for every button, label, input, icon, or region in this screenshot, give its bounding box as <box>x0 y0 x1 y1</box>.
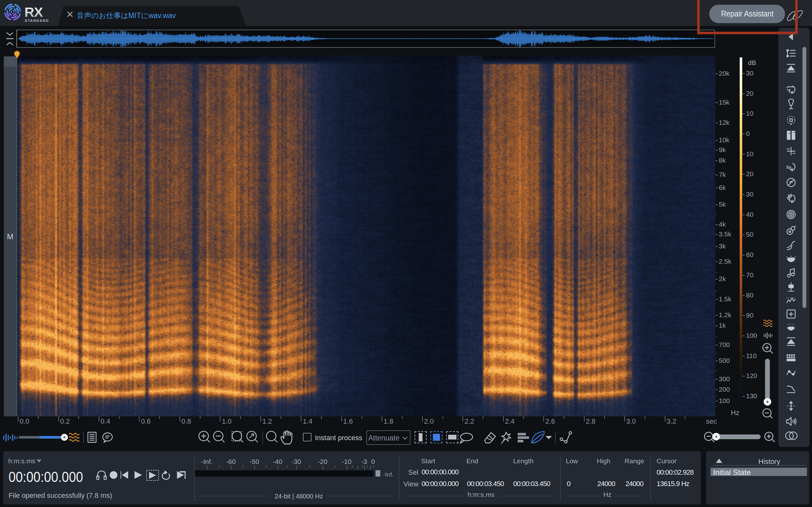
svg-text:RX: RX <box>24 4 43 20</box>
svg-text:STANDARD: STANDARD <box>25 19 49 22</box>
svg-text:Ss: Ss <box>786 165 792 170</box>
